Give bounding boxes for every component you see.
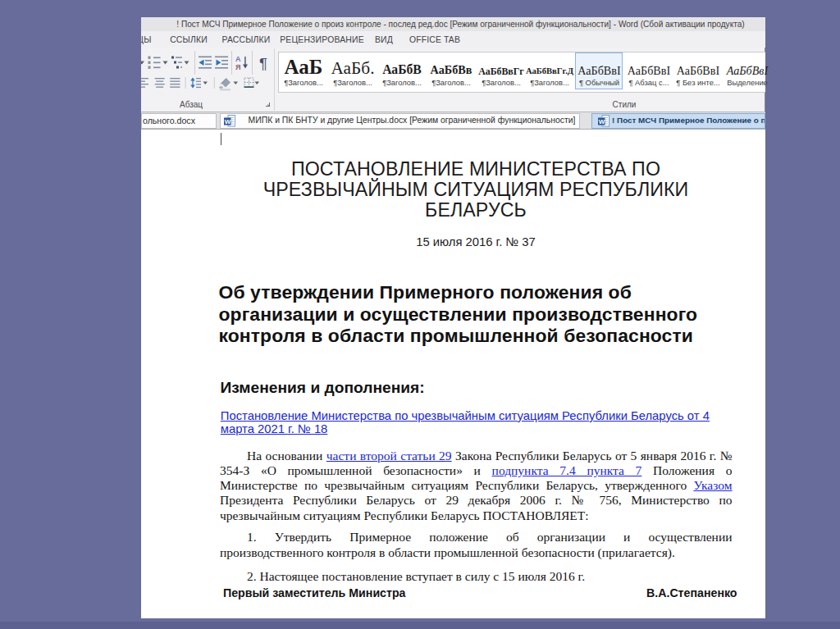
svg-text:Я: Я — [235, 63, 240, 71]
svg-text:W: W — [225, 118, 231, 125]
svg-text:¶: ¶ — [259, 55, 267, 72]
svg-text:W: W — [599, 118, 605, 125]
svg-text:А: А — [235, 55, 241, 63]
